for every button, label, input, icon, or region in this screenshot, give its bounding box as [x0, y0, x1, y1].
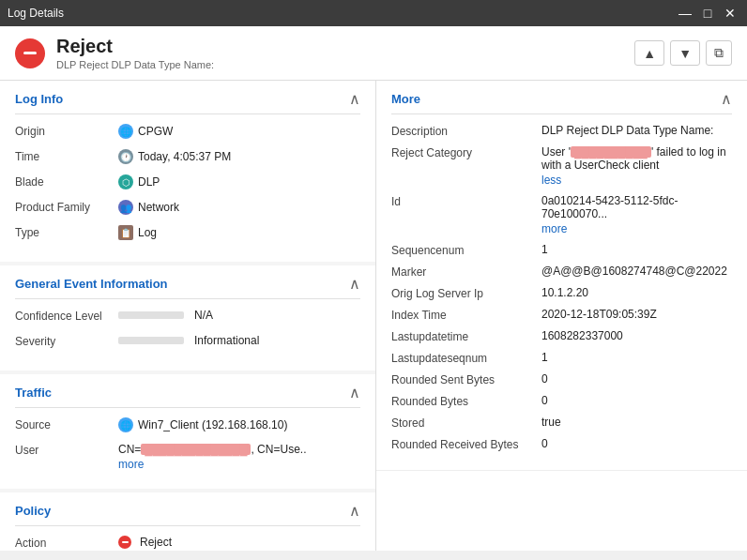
- log-info-toggle[interactable]: ∧: [349, 90, 360, 108]
- scroll-down-button[interactable]: ▼: [670, 40, 700, 66]
- source-value: 🌐 Win7_Client (192.168.168.10): [118, 417, 287, 432]
- title-bar: Log Details — □ ✕: [0, 0, 747, 26]
- action-label: Action: [15, 536, 118, 550]
- rounded-bytes-value: 0: [541, 394, 732, 407]
- page-subtitle: DLP Reject DLP Data Type Name:: [56, 59, 214, 70]
- orig-log-server-ip-label: Orig Log Server Ip: [391, 286, 541, 300]
- right-panel: More ∧ Description DLP Reject DLP Data T…: [375, 81, 747, 551]
- traffic-section: Traffic ∧ Source 🌐 Win7_Client (192.168.…: [0, 374, 375, 489]
- blade-label: Blade: [15, 174, 118, 189]
- policy-toggle[interactable]: ∧: [349, 502, 360, 520]
- rounded-bytes-label: Rounded Bytes: [391, 394, 541, 408]
- stored-label: Stored: [391, 416, 541, 430]
- marker-label: Marker: [391, 265, 541, 279]
- sequencenum-row: Sequencenum 1: [391, 243, 732, 257]
- index-time-value: 2020-12-18T09:05:39Z: [541, 308, 732, 321]
- user-redacted: ██████████████: [141, 444, 251, 455]
- user-value: CN=██████████████, CN=Use.. more: [118, 443, 306, 471]
- time-icon: 🕐: [118, 149, 133, 164]
- reject-category-redacted: ██████████: [571, 146, 651, 158]
- general-event-header: General Event Information ∧: [15, 275, 360, 299]
- log-info-time-row: Time 🕐 Today, 4:05:37 PM: [15, 149, 360, 168]
- marker-row: Marker @A@@B@1608274748@C@22022: [391, 265, 732, 279]
- page-title: Reject: [56, 36, 214, 57]
- scroll-up-button[interactable]: ▲: [634, 40, 664, 66]
- index-time-label: Index Time: [391, 308, 541, 322]
- time-label: Time: [15, 149, 118, 163]
- reject-category-value: User '██████████' failed to log in with …: [541, 145, 732, 187]
- title-bar-controls: — □ ✕: [676, 4, 739, 23]
- lastupdateseqnum-value: 1: [541, 351, 732, 364]
- policy-action-row: Action Reject: [15, 536, 360, 551]
- log-info-type-row: Type 📋 Log: [15, 225, 360, 244]
- traffic-user-row: User CN=██████████████, CN=Use.. more: [15, 443, 360, 471]
- type-value: 📋 Log: [118, 225, 157, 240]
- id-label: Id: [391, 194, 541, 208]
- source-label: Source: [15, 417, 118, 431]
- log-info-title: Log Info: [15, 92, 63, 106]
- traffic-header: Traffic ∧: [15, 384, 360, 408]
- more-header: More ∧: [391, 90, 732, 114]
- traffic-title: Traffic: [15, 386, 52, 400]
- reject-category-row: Reject Category User '██████████' failed…: [391, 145, 732, 187]
- reject-category-less-link[interactable]: less: [541, 174, 732, 187]
- reject-action-icon: [118, 536, 131, 549]
- severity-value: Informational: [118, 334, 259, 347]
- id-row: Id 0a010214-5423-5112-5fdc-70e100070... …: [391, 194, 732, 235]
- reject-header-icon: [15, 38, 45, 68]
- blade-value: ⬡ DLP: [118, 174, 160, 189]
- rounded-received-bytes-value: 0: [541, 437, 732, 450]
- lastupdateseqnum-label: Lastupdateseqnum: [391, 351, 541, 365]
- action-value: Reject: [118, 536, 172, 549]
- type-label: Type: [15, 225, 118, 239]
- close-button[interactable]: ✕: [721, 4, 739, 23]
- left-panel: Log Info ∧ Origin 🌐 CPGW Time 🕐 Today, 4…: [0, 81, 375, 551]
- rounded-sent-bytes-row: Rounded Sent Bytes 0: [391, 372, 732, 386]
- minimize-button[interactable]: —: [676, 4, 694, 23]
- severity-row: Severity Informational: [15, 334, 360, 353]
- sequencenum-value: 1: [541, 243, 732, 256]
- user-more-link[interactable]: more: [118, 458, 306, 471]
- copy-button[interactable]: ⧉: [706, 40, 732, 66]
- lastupdateseqnum-row: Lastupdateseqnum 1: [391, 351, 732, 365]
- content-area: Log Info ∧ Origin 🌐 CPGW Time 🕐 Today, 4…: [0, 81, 747, 551]
- traffic-toggle[interactable]: ∧: [349, 384, 360, 401]
- more-toggle[interactable]: ∧: [721, 90, 732, 108]
- general-event-title: General Event Information: [15, 277, 168, 291]
- policy-section: Policy ∧ Action Reject: [0, 492, 375, 551]
- log-info-origin-row: Origin 🌐 CPGW: [15, 124, 360, 143]
- maximize-button[interactable]: □: [698, 4, 717, 23]
- productfamily-label: Product Family: [15, 200, 118, 214]
- lastupdatetime-value: 1608282337000: [541, 329, 732, 342]
- more-title: More: [391, 92, 420, 106]
- confidence-bar: [118, 311, 184, 319]
- orig-log-server-ip-row: Orig Log Server Ip 10.1.2.20: [391, 286, 732, 300]
- lastupdatetime-row: Lastupdatetime 1608282337000: [391, 329, 732, 343]
- description-label: Description: [391, 124, 541, 138]
- general-event-toggle[interactable]: ∧: [349, 275, 360, 293]
- rounded-bytes-row: Rounded Bytes 0: [391, 394, 732, 408]
- orig-log-server-ip-value: 10.1.2.20: [541, 286, 732, 299]
- id-more-link[interactable]: more: [541, 222, 732, 235]
- origin-label: Origin: [15, 124, 118, 138]
- rounded-sent-bytes-label: Rounded Sent Bytes: [391, 372, 541, 386]
- general-event-section: General Event Information ∧ Confidence L…: [0, 265, 375, 371]
- policy-title: Policy: [15, 504, 51, 518]
- blade-icon: ⬡: [118, 174, 133, 189]
- time-value: 🕐 Today, 4:05:37 PM: [118, 149, 231, 164]
- rounded-received-bytes-row: Rounded Received Bytes 0: [391, 437, 732, 451]
- stored-row: Stored true: [391, 416, 732, 430]
- id-value: 0a010214-5423-5112-5fdc-70e100070... mor…: [541, 194, 732, 235]
- reject-category-label: Reject Category: [391, 145, 541, 159]
- traffic-source-row: Source 🌐 Win7_Client (192.168.168.10): [15, 417, 360, 436]
- log-info-blade-row: Blade ⬡ DLP: [15, 174, 360, 193]
- productfamily-value: 👥 Network: [118, 200, 179, 215]
- user-label: User: [15, 443, 118, 457]
- user-text: CN=██████████████, CN=Use..: [118, 443, 306, 456]
- confidence-label: Confidence Level: [15, 309, 118, 323]
- network-icon: 👥: [118, 200, 133, 215]
- confidence-row: Confidence Level N/A: [15, 309, 360, 327]
- log-info-section: Log Info ∧ Origin 🌐 CPGW Time 🕐 Today, 4…: [0, 81, 375, 262]
- log-info-header: Log Info ∧: [15, 90, 360, 114]
- severity-bar: [118, 337, 184, 344]
